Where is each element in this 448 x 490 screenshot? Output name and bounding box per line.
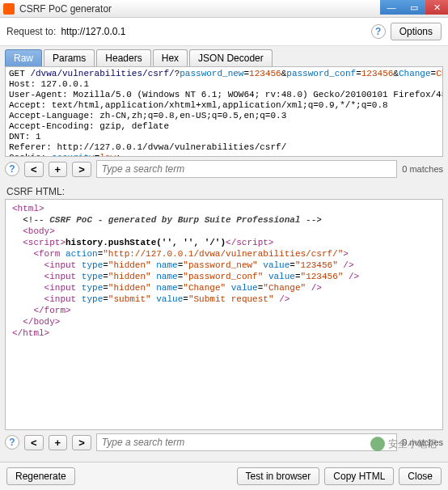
- tab-raw[interactable]: Raw: [5, 49, 42, 66]
- request-url: http://127.0.0.1: [61, 26, 125, 37]
- regenerate-button[interactable]: Regenerate: [6, 467, 75, 485]
- tab-params[interactable]: Params: [44, 49, 95, 66]
- copy-html-button[interactable]: Copy HTML: [324, 467, 394, 485]
- csrf-html-pane[interactable]: <html> <!-- CSRF PoC - generated by Burp…: [5, 199, 443, 430]
- csrf-html-label: CSRF HTML:: [0, 181, 448, 199]
- tab-json-decoder[interactable]: JSON Decoder: [189, 49, 273, 66]
- help-icon[interactable]: ?: [5, 162, 19, 176]
- raw-search-bar: ? < + > 0 matches: [5, 160, 443, 178]
- search-prev-button[interactable]: <: [24, 162, 44, 177]
- search-add-button[interactable]: +: [49, 435, 68, 450]
- maximize-button[interactable]: ▭: [403, 0, 425, 15]
- tab-headers[interactable]: Headers: [96, 49, 150, 66]
- watermark: 安全小笔记: [370, 437, 437, 451]
- watermark-icon: [370, 437, 385, 451]
- watermark-text: 安全小笔记: [388, 437, 437, 451]
- request-bar: Request to: http://127.0.0.1 ? Options: [0, 18, 448, 46]
- close-window-button[interactable]: ✕: [425, 0, 448, 15]
- minimize-button[interactable]: —: [380, 0, 403, 15]
- bottom-bar: Regenerate Test in browser Copy HTML Clo…: [0, 462, 448, 490]
- search-matches: 0 matches: [402, 164, 443, 174]
- app-icon: [3, 3, 15, 15]
- search-input[interactable]: [96, 160, 397, 178]
- test-in-browser-button[interactable]: Test in browser: [237, 467, 320, 485]
- close-button[interactable]: Close: [399, 467, 442, 485]
- search-next-button[interactable]: >: [72, 162, 91, 177]
- titlebar: CSRF PoC generator — ▭ ✕: [0, 0, 448, 18]
- window-buttons: — ▭ ✕: [380, 0, 448, 15]
- help-icon[interactable]: ?: [371, 24, 386, 39]
- help-icon[interactable]: ?: [5, 435, 19, 450]
- search-prev-button[interactable]: <: [24, 435, 44, 450]
- tab-hex[interactable]: Hex: [153, 49, 188, 66]
- search-next-button[interactable]: >: [72, 435, 91, 450]
- tab-bar: Raw Params Headers Hex JSON Decoder: [0, 46, 448, 66]
- raw-request-pane[interactable]: GET /dvwa/vulnerabilities/csrf/?password…: [5, 66, 443, 157]
- search-input[interactable]: [96, 433, 397, 451]
- options-button[interactable]: Options: [391, 23, 442, 40]
- window-title: CSRF PoC generator: [19, 3, 112, 15]
- request-to-label: Request to:: [6, 26, 56, 37]
- search-add-button[interactable]: +: [49, 162, 68, 177]
